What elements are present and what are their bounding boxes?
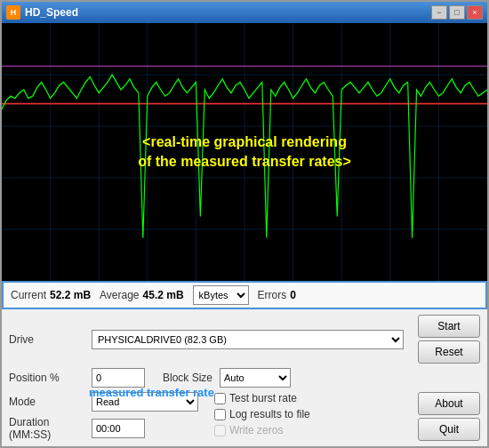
start-button[interactable]: Start [418, 315, 480, 338]
title-bar: H HD_Speed − □ × [2, 2, 487, 23]
average-stat: Average 45.2 mB [100, 289, 184, 301]
burst-checkbox-label[interactable]: Test burst rate [214, 392, 310, 404]
errors-stat: Errors 0 [258, 289, 296, 301]
errors-value: 0 [290, 289, 296, 301]
duration-row: Duration (MM:SS) [9, 416, 198, 441]
burst-checkbox[interactable] [214, 393, 226, 404]
close-button[interactable]: × [467, 5, 483, 20]
burst-label: Test burst rate [229, 392, 297, 404]
write-checkbox [214, 425, 226, 436]
graph-placeholder-label: <real-time graphical rendering of the me… [138, 132, 351, 172]
mode-label: Mode [9, 396, 84, 408]
controls-area: Drive PHYSICALDRIVE0 (82.3 GB) Start Res… [2, 309, 487, 446]
app-icon: H [6, 5, 20, 20]
block-size-select[interactable]: Auto 512B 1KB 4KB 64KB 512KB 1MB [220, 368, 291, 388]
log-checkbox-label[interactable]: Log results to file [214, 408, 310, 420]
drive-row: Drive PHYSICALDRIVE0 (82.3 GB) Start Res… [9, 315, 480, 364]
quit-button[interactable]: Quit [418, 418, 480, 441]
maximize-button[interactable]: □ [449, 5, 465, 20]
position-label: Position % [9, 372, 84, 384]
current-label: Current [11, 289, 46, 301]
drive-select[interactable]: PHYSICALDRIVE0 (82.3 GB) [92, 330, 404, 349]
window-title: HD_Speed [25, 6, 78, 19]
unit-select[interactable]: kBytes mBytes Bytes [193, 285, 249, 305]
block-size-label: Block Size [163, 372, 212, 384]
reset-button[interactable]: Reset [418, 340, 480, 364]
checkboxes-area: Test burst rate Log results to file Writ… [214, 392, 310, 436]
position-row: Position % Block Size Auto 512B 1KB 4KB … [9, 368, 480, 388]
title-controls: − □ × [431, 5, 483, 20]
position-input[interactable] [92, 368, 145, 388]
duration-label: Duration (MM:SS) [9, 416, 84, 441]
log-label: Log results to file [229, 408, 310, 420]
errors-label: Errors [258, 289, 287, 301]
main-window: H HD_Speed − □ × [0, 0, 489, 448]
graph-area: <real-time graphical rendering of the me… [2, 23, 487, 281]
title-bar-left: H HD_Speed [6, 5, 78, 20]
mode-row: Mode Read Write Read/Write Duration (MM:… [9, 392, 480, 441]
stats-bar: Current 52.2 mB Average 45.2 mB kBytes m… [2, 281, 487, 309]
average-label: Average [100, 289, 139, 301]
write-label: Write zeros [229, 424, 283, 436]
drive-label: Drive [9, 333, 84, 346]
minimize-button[interactable]: − [431, 5, 447, 20]
current-value: 52.2 mB [50, 289, 91, 301]
current-stat: Current 52.2 mB [11, 289, 91, 301]
duration-input[interactable] [92, 419, 145, 438]
about-button[interactable]: About [418, 392, 480, 415]
log-checkbox[interactable] [214, 409, 226, 420]
measured-transfer-label: measured transfer rate [89, 386, 214, 399]
average-value: 45.2 mB [143, 289, 184, 301]
write-checkbox-label: Write zeros [214, 424, 310, 436]
